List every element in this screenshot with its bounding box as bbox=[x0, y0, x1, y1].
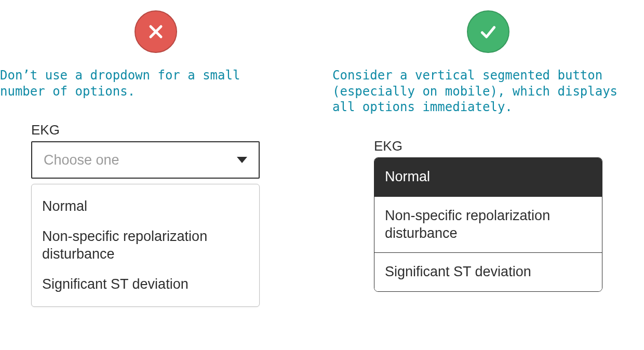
check-icon bbox=[467, 10, 509, 53]
bad-example-column: Don’t use a dropdown for a small number … bbox=[0, 0, 322, 350]
bad-field-label: EKG bbox=[31, 122, 312, 138]
bad-caption: Don’t use a dropdown for a small number … bbox=[0, 68, 291, 99]
dropdown-option[interactable]: Non-specific repolarization disturbance bbox=[32, 222, 259, 270]
segmented-option[interactable]: Non-specific repolarization disturbance bbox=[374, 196, 602, 253]
dropdown-placeholder: Choose one bbox=[44, 152, 119, 168]
segmented-option[interactable]: Significant ST deviation bbox=[374, 252, 602, 291]
segmented-option[interactable]: Normal bbox=[374, 158, 602, 196]
dropdown-popup: Normal Non-specific repolarization distu… bbox=[31, 184, 260, 307]
chevron-down-icon bbox=[237, 157, 247, 163]
dropdown-select[interactable]: Choose one bbox=[31, 141, 260, 179]
segmented-button-group: Normal Non-specific repolarization distu… bbox=[374, 157, 602, 292]
cross-icon bbox=[135, 10, 177, 53]
good-field-label: EKG bbox=[374, 138, 644, 154]
good-caption: Consider a vertical segmented button (es… bbox=[332, 68, 623, 115]
dropdown-option[interactable]: Significant ST deviation bbox=[32, 270, 259, 300]
dropdown-option[interactable]: Normal bbox=[32, 192, 259, 222]
good-example-column: Consider a vertical segmented button (es… bbox=[322, 0, 644, 350]
